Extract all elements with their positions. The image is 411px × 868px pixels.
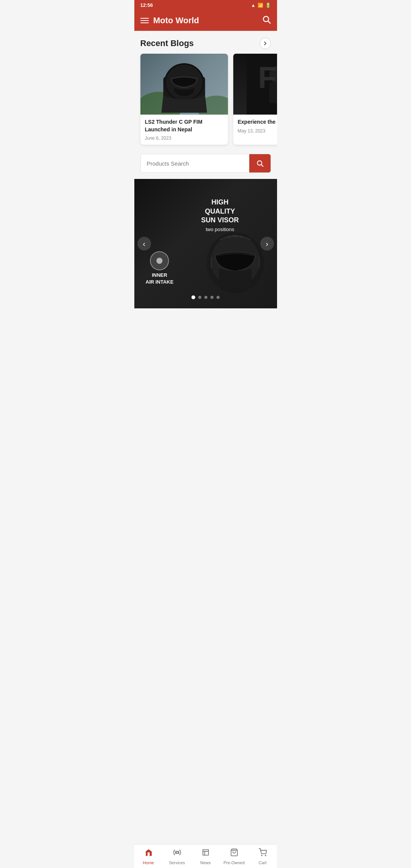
blog-card-1[interactable]: LS2 Thunder C GP FIM Launched in Nepal J… — [140, 54, 228, 145]
nav-item-services[interactable]: Services — [163, 844, 191, 868]
services-nav-label: Services — [169, 860, 185, 865]
search-bar — [140, 154, 271, 173]
carousel-dot-1[interactable] — [198, 296, 201, 299]
search-submit-button[interactable] — [249, 154, 271, 172]
banner-content: HIGH QUALITY SUN VISOR two positions — [134, 179, 277, 308]
news-nav-label: News — [200, 860, 211, 865]
carousel-dot-3[interactable] — [210, 296, 213, 299]
bottom-nav: Home Services News Pre- — [134, 844, 277, 868]
signal-icon: 📶 — [258, 3, 263, 8]
blog-card-1-date: June 6, 2023 — [145, 136, 223, 141]
main-content: Recent Blogs — [134, 31, 277, 339]
svg-point-21 — [176, 851, 178, 854]
cart-nav-label: Cart — [259, 860, 267, 865]
nav-item-home[interactable]: Home — [134, 844, 163, 868]
home-nav-label: Home — [143, 860, 154, 865]
blog-card-2-title: Experience the Moto World Fc — [238, 118, 277, 126]
blog-card-2-date: May 13, 2023 — [238, 128, 277, 134]
search-input[interactable] — [141, 155, 249, 172]
blog-card-2[interactable]: F WITH: Experience the Moto World Fc May… — [233, 54, 277, 145]
preowned-nav-label: Pre-Owned — [223, 860, 245, 865]
blog-card-2-image: F WITH: — [233, 54, 277, 115]
svg-rect-18 — [228, 236, 231, 238]
app-header: Moto World — [134, 10, 277, 31]
battery-icon: 🔋 — [265, 3, 271, 8]
nav-item-cart[interactable]: Cart — [249, 844, 277, 868]
banner-carousel: HIGH QUALITY SUN VISOR two positions — [134, 179, 277, 308]
app-title: Moto World — [153, 16, 199, 26]
wifi-icon: ▲ — [251, 3, 256, 8]
recent-blogs-see-more-button[interactable] — [260, 38, 271, 49]
header-search-button[interactable] — [262, 15, 271, 26]
menu-button[interactable] — [140, 18, 149, 23]
news-icon — [201, 848, 210, 859]
svg-text:F: F — [258, 61, 277, 94]
header-left: Moto World — [140, 16, 199, 26]
svg-line-1 — [268, 21, 270, 24]
home-icon — [144, 848, 153, 859]
nav-item-news[interactable]: News — [191, 844, 220, 868]
carousel-dot-0[interactable] — [191, 295, 195, 299]
carousel-next-button[interactable]: › — [260, 237, 274, 251]
blog-card-1-title: LS2 Thunder C GP FIM Launched in Nepal — [145, 118, 223, 133]
carousel-dot-2[interactable] — [204, 296, 207, 299]
carousel-dot-4[interactable] — [217, 296, 220, 299]
svg-line-14 — [261, 165, 263, 167]
recent-blogs-title: Recent Blogs — [140, 38, 194, 48]
status-icons: ▲ 📶 🔋 — [251, 3, 271, 8]
nav-item-preowned[interactable]: Pre-Owned — [220, 844, 249, 868]
blog-card-1-body: LS2 Thunder C GP FIM Launched in Nepal J… — [140, 115, 228, 145]
blog-cards-list: LS2 Thunder C GP FIM Launched in Nepal J… — [134, 54, 277, 151]
products-search-container — [134, 151, 277, 179]
preowned-icon — [230, 848, 238, 859]
svg-rect-19 — [232, 235, 238, 237]
status-time: 12:56 — [140, 2, 153, 8]
blog-card-2-body: Experience the Moto World Fc May 13, 202… — [233, 115, 277, 137]
cart-icon — [258, 848, 267, 859]
banner-label-block: INNER AIR INTAKE — [146, 251, 174, 286]
status-bar: 12:56 ▲ 📶 🔋 — [134, 0, 277, 10]
carousel-prev-button[interactable]: ‹ — [137, 237, 151, 251]
svg-point-23 — [261, 855, 262, 856]
banner-label-inner: INNER AIR INTAKE — [146, 272, 174, 286]
services-icon — [173, 848, 181, 859]
carousel-dots — [191, 295, 220, 299]
svg-point-24 — [265, 855, 266, 856]
recent-blogs-header: Recent Blogs — [134, 31, 277, 54]
blog-card-1-image — [140, 54, 228, 115]
svg-rect-20 — [240, 236, 243, 238]
